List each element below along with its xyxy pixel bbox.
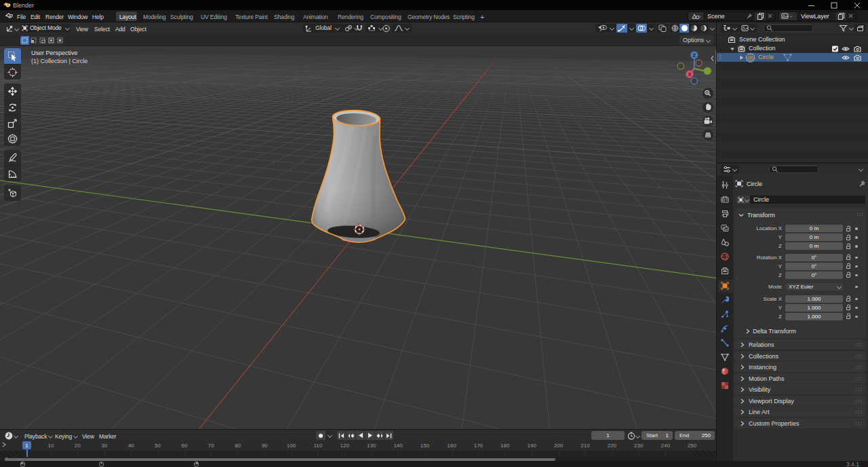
svg-text:Z: Z	[693, 52, 696, 58]
svg-text:X: X	[688, 71, 691, 77]
